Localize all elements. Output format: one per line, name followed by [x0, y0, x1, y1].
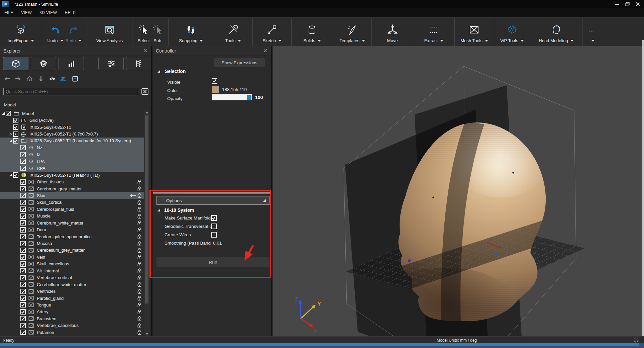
tree-checkbox[interactable]: [6, 111, 11, 116]
tree-row-putamen[interactable]: Putamen: [0, 329, 144, 336]
lock-icon[interactable]: [137, 316, 142, 321]
toolbar-button-head-modeling[interactable]: Head Modeling: [539, 23, 573, 43]
menu-item-help[interactable]: HELP: [65, 10, 76, 15]
lock-icon[interactable]: [137, 302, 142, 308]
tree-checkbox[interactable]: [13, 172, 18, 178]
option-checkbox[interactable]: [211, 232, 217, 238]
toolbar-button-view-analysis[interactable]: View Analysis: [96, 23, 123, 43]
chevron-down-icon[interactable]: [318, 39, 321, 42]
lock-icon[interactable]: [137, 261, 142, 267]
tree-checkbox[interactable]: [20, 302, 26, 308]
lock-icon[interactable]: [137, 330, 142, 335]
collapse-box-icon[interactable]: [72, 75, 79, 82]
explorer-tab-properties-sliders[interactable]: [98, 57, 124, 70]
tree-row-tendon-galea-aponeurotica[interactable]: Tendon_galea_aponeurotica: [0, 233, 144, 240]
tree-checkbox[interactable]: [20, 227, 26, 233]
tree-row-iz[interactable]: Iz: [0, 151, 144, 158]
tree-checkbox[interactable]: [20, 254, 26, 260]
lock-icon[interactable]: [137, 234, 142, 239]
minimize-button[interactable]: [615, 2, 619, 6]
explorer-tab-model-cube[interactable]: [3, 57, 28, 70]
tree-checkbox[interactable]: [20, 206, 26, 212]
tree-checkbox[interactable]: [20, 282, 26, 287]
tree-row-muscle[interactable]: Muscle: [0, 213, 144, 220]
tree-row-dura[interactable]: Dura: [0, 226, 144, 233]
tree-checkbox[interactable]: [20, 241, 26, 246]
ten-ten-system-header[interactable]: 10-10 System: [157, 207, 194, 213]
tree-row-tongue[interactable]: Tongue: [0, 301, 144, 308]
option-checkbox[interactable]: [211, 215, 217, 221]
lock-icon[interactable]: [137, 309, 142, 315]
lock-icon[interactable]: [137, 200, 142, 205]
tree-checkbox[interactable]: [13, 124, 18, 130]
menu-item-3d-view[interactable]: 3D VIEW: [39, 10, 57, 15]
explorer-tab-tree-structure[interactable]: [126, 57, 151, 70]
close-icon[interactable]: [143, 49, 148, 53]
expander-icon[interactable]: [1, 112, 6, 115]
down-arrow-icon[interactable]: [37, 75, 44, 82]
tree-row-skull-cortical[interactable]: Skull_cortical: [0, 199, 144, 206]
eye-icon[interactable]: [49, 75, 56, 82]
tree-row-mucosa[interactable]: Mucosa: [0, 240, 144, 247]
lock-icon[interactable]: [137, 179, 142, 185]
tree-checkbox[interactable]: [20, 234, 26, 239]
tree-checkbox[interactable]: [20, 261, 26, 267]
scroll-thumb[interactable]: [145, 115, 148, 303]
opacity-slider-handle[interactable]: [247, 95, 251, 100]
tree-checkbox[interactable]: [20, 275, 26, 280]
tree-checkbox[interactable]: [13, 138, 18, 144]
tree-checkbox[interactable]: [20, 268, 26, 273]
chevron-down-icon[interactable]: [278, 39, 282, 42]
run-button[interactable]: Run: [156, 257, 270, 267]
tree-checkbox[interactable]: [20, 309, 26, 315]
tree-checkbox[interactable]: [20, 330, 26, 335]
lock-icon[interactable]: [137, 289, 142, 294]
explorer-tab-simulation-chip[interactable]: [31, 57, 56, 70]
home-icon[interactable]: [26, 75, 33, 82]
chevron-down-icon[interactable]: [362, 39, 365, 42]
tree-row-brainstem[interactable]: Brainstem: [0, 315, 144, 322]
tree-checkbox[interactable]: [20, 166, 26, 171]
expander-icon[interactable]: [8, 173, 13, 177]
lock-icon[interactable]: [137, 193, 142, 198]
lock-icon[interactable]: [137, 295, 142, 301]
toolbar-button-redo[interactable]: Redo: [66, 23, 82, 43]
toolbar-button-select[interactable]: Select: [137, 23, 149, 43]
chevron-down-icon[interactable]: [591, 39, 595, 42]
opacity-slider[interactable]: [212, 94, 252, 100]
chevron-down-icon[interactable]: [485, 39, 488, 42]
tree-row-grid-active-[interactable]: Grid (Active): [0, 117, 144, 123]
tree-row-cerebrum-white-matter[interactable]: Cerebrum_white_matter: [0, 220, 144, 226]
close-icon[interactable]: [263, 49, 267, 53]
tree-checkbox[interactable]: [13, 118, 18, 123]
tree-row-skull-cancellous[interactable]: Skull_cancellous: [0, 261, 144, 267]
tree-row-cerebrum-grey-matter[interactable]: Cerebrum_grey_matter: [0, 185, 144, 192]
tree-checkbox[interactable]: [20, 316, 26, 321]
tree-row-cerebellum-white-matter[interactable]: Cerebellum_white_matter: [0, 281, 144, 288]
toolbar-button-imp-export[interactable]: Imp/Export: [8, 23, 34, 43]
tree-row-ixi025-guys-0852-t1[interactable]: IXI025-Guys-0852-T1: [0, 124, 144, 130]
tree-checkbox[interactable]: [20, 220, 26, 226]
tree-row-lpa[interactable]: LPA: [0, 158, 144, 165]
lock-icon[interactable]: [137, 254, 142, 260]
toolbar-button-mesh-tools[interactable]: Mesh Tools: [460, 23, 488, 43]
tree-checkbox[interactable]: [20, 295, 26, 301]
options-header[interactable]: Options: [156, 196, 270, 205]
scroll-up-icon[interactable]: [144, 110, 149, 115]
toolbar-button-sub[interactable]: Sub: [152, 23, 163, 43]
tree-checkbox[interactable]: [20, 200, 26, 205]
option-value[interactable]: 0.01: [213, 241, 222, 246]
tree-row-vertebrae-cancellous[interactable]: Vertebrae_cancellous: [0, 322, 144, 329]
tree-row-parotid-gland[interactable]: Parotid_gland: [0, 295, 144, 301]
tree-row-ixi025-guys-0852-t1-0-7x0-7x0-7-[interactable]: IXI025-Guys-0852-T1 (0.7x0.7x0.7): [0, 130, 144, 137]
expander-icon[interactable]: [8, 133, 13, 136]
tree-checkbox[interactable]: [20, 193, 26, 198]
lock-icon[interactable]: [137, 241, 142, 246]
chevron-down-icon[interactable]: [60, 39, 64, 42]
expander-icon[interactable]: [8, 139, 13, 143]
toolbar-button-tools[interactable]: Tools: [225, 23, 241, 43]
splitter-handle[interactable]: [153, 192, 270, 194]
restore-button[interactable]: [625, 2, 630, 6]
menu-item-view[interactable]: VIEW: [21, 10, 32, 15]
toolbar-button-overflow[interactable]: ...: [589, 23, 595, 43]
